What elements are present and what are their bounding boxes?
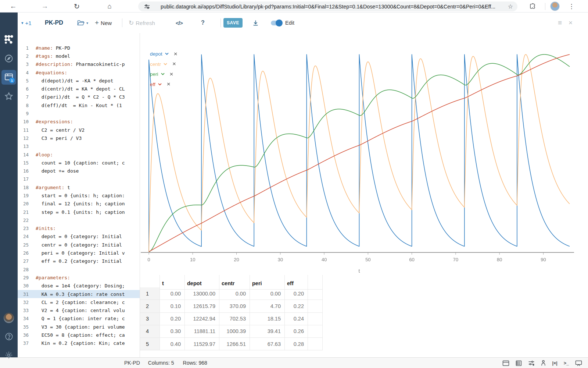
- help-button[interactable]: ?: [201, 18, 205, 28]
- empty-cell[interactable]: [308, 325, 323, 338]
- code-line[interactable]: 3#description: Pharmacokinetic-p: [18, 60, 140, 68]
- grid-cell[interactable]: 0.40: [160, 338, 185, 350]
- site-settings-icon[interactable]: [144, 3, 150, 10]
- grid-cell[interactable]: 12242.94: [185, 313, 219, 325]
- code-line[interactable]: 27 eff = 0.2 {category: Initial: [18, 257, 140, 265]
- close-icon[interactable]: ×: [569, 18, 573, 28]
- extensions-icon[interactable]: [527, 0, 538, 13]
- settings-gear-icon[interactable]: [0, 349, 18, 361]
- user-shape-icon[interactable]: [541, 360, 546, 366]
- close-icon[interactable]: ×: [174, 50, 178, 58]
- code-line[interactable]: 31 KA = 0.3 {caption: rate const: [18, 290, 140, 298]
- simulation-chart[interactable]: [140, 33, 588, 275]
- user-avatar[interactable]: [4, 313, 14, 323]
- close-icon[interactable]: ×: [167, 81, 171, 88]
- code-line[interactable]: 2#tags: model: [18, 52, 140, 60]
- grid-cell[interactable]: 0.22: [285, 300, 308, 312]
- overflow-menu[interactable]: ▾ +1: [21, 18, 32, 28]
- favorites-star-icon[interactable]: [0, 90, 18, 103]
- code-line[interactable]: 29#parameters:: [18, 273, 140, 282]
- legend-item-eff[interactable]: eff×: [150, 79, 178, 90]
- grid-cell[interactable]: 12615.79: [185, 300, 219, 312]
- code-line[interactable]: 34 Q = 1 {caption: inter rate; c: [18, 315, 140, 323]
- status-table-name[interactable]: PK-PD: [124, 360, 140, 366]
- code-line[interactable]: 17: [18, 175, 140, 183]
- grid-cell[interactable]: 4.70: [250, 300, 285, 312]
- result-grid[interactable]: tdepotcentrperieff10.0013000.000.000.000…: [140, 275, 588, 350]
- code-line[interactable]: 35 V3 = 30 {caption: peri volume: [18, 323, 140, 331]
- code-line[interactable]: 24 depot = 0 {category: Initial: [18, 233, 140, 241]
- edit-toggle[interactable]: [271, 21, 282, 25]
- empty-cell[interactable]: [308, 338, 323, 350]
- chevron-down-icon[interactable]: [158, 83, 162, 86]
- code-line[interactable]: 6 d(centr)/dt = KA * depot - CL: [18, 85, 140, 93]
- code-line[interactable]: 21 step = 0.1 {units: h; caption: [18, 208, 140, 216]
- row-number[interactable]: 4: [140, 325, 160, 338]
- console-icon[interactable]: >_: [564, 361, 569, 366]
- grid-cell[interactable]: 18.15: [250, 313, 285, 325]
- help-icon[interactable]: [0, 330, 18, 342]
- grid-cell[interactable]: 0.10: [160, 300, 185, 312]
- code-line[interactable]: 8 d(eff)/dt = Kin - Kout * (1: [18, 101, 140, 109]
- forward-icon[interactable]: →: [39, 0, 50, 13]
- grid-cell[interactable]: 0.00: [160, 287, 185, 300]
- datagrok-logo[interactable]: [0, 33, 18, 46]
- code-line[interactable]: 7 d(peri)/dt = Q * C2 - Q * C3: [18, 93, 140, 101]
- columns-list-icon[interactable]: [516, 360, 522, 366]
- code-line[interactable]: 32 CL = 2 {caption: clearance; c: [18, 298, 140, 306]
- code-line[interactable]: 33 V2 = 4 {caption: central volu: [18, 307, 140, 315]
- row-number[interactable]: 1: [140, 287, 160, 300]
- grid-cell[interactable]: 702.53: [219, 313, 250, 325]
- code-line[interactable]: 18#argument: t: [18, 183, 140, 191]
- code-line[interactable]: 20 final = 12 {units: h; caption: [18, 200, 140, 208]
- home-icon[interactable]: ⌂: [104, 0, 115, 13]
- grid-cell[interactable]: 0.00: [250, 287, 285, 300]
- grid-cell[interactable]: 0.20: [285, 287, 308, 300]
- windows-layout-icon[interactable]: [502, 360, 509, 366]
- legend-item-depot[interactable]: depot×: [150, 49, 178, 59]
- reload-icon[interactable]: ↻: [71, 0, 82, 13]
- to-script-button[interactable]: </>: [176, 18, 183, 28]
- chrome-menu-icon[interactable]: ⋮: [566, 0, 577, 13]
- address-bar[interactable]: public.datagrok.ai/apps/DiffStudio/Libra…: [138, 1, 517, 11]
- grid-cell[interactable]: 11529.97: [185, 338, 219, 350]
- row-number[interactable]: 5: [140, 338, 160, 350]
- legend-item-centr[interactable]: centr×: [150, 59, 178, 70]
- code-line[interactable]: 10#expressions:: [18, 118, 140, 126]
- grid-cell[interactable]: 370.09: [219, 300, 250, 312]
- code-line[interactable]: 30 dose = 1e4 {category: Dosing;: [18, 282, 140, 290]
- empty-cell[interactable]: [308, 300, 323, 312]
- code-line[interactable]: 16 depot += dose: [18, 167, 140, 175]
- refresh-button[interactable]: ↻ Refresh: [129, 18, 155, 28]
- grid-cell[interactable]: 11881.11: [185, 325, 219, 338]
- close-icon[interactable]: ×: [172, 60, 176, 68]
- grid-cell[interactable]: 0.26: [285, 325, 308, 338]
- legend-item-peri[interactable]: peri×: [150, 69, 178, 79]
- chevron-down-icon[interactable]: [161, 73, 165, 75]
- row-number[interactable]: 2: [140, 300, 160, 312]
- empty-cell[interactable]: [308, 287, 323, 300]
- grid-cell[interactable]: 0.30: [160, 325, 185, 338]
- code-line[interactable]: 12 C3 = peri / V3: [18, 134, 140, 142]
- grid-cell[interactable]: 13000.00: [185, 287, 219, 300]
- model-code-editor[interactable]: 1#name: PK-PD2#tags: model3#description:…: [18, 33, 140, 357]
- panel-menu-icon[interactable]: ≡: [558, 18, 562, 28]
- open-model-button[interactable]: ▾: [77, 18, 88, 28]
- code-line[interactable]: 15 count = 10 {caption: count; c: [18, 159, 140, 167]
- code-line[interactable]: 22: [18, 216, 140, 224]
- chevron-down-icon[interactable]: [164, 63, 167, 66]
- chevron-down-icon[interactable]: [165, 53, 169, 55]
- code-line[interactable]: 26 peri = 0 {category: Initial v: [18, 249, 140, 257]
- bookmark-star-icon[interactable]: ☆: [508, 3, 513, 10]
- code-line[interactable]: 19 start = 0 {units: h; caption:: [18, 191, 140, 199]
- code-line[interactable]: 37 Kin = 0.2 {caption: Kin; cate: [18, 339, 140, 347]
- profile-avatar[interactable]: [550, 1, 560, 11]
- grid-cell[interactable]: 0.00: [219, 287, 250, 300]
- code-line[interactable]: 1#name: PK-PD: [18, 44, 140, 52]
- grid-cell[interactable]: 1266.51: [219, 338, 250, 350]
- code-line[interactable]: 14#loop:: [18, 151, 140, 159]
- grid-cell[interactable]: 0.24: [285, 313, 308, 325]
- code-line[interactable]: 5 d(depot)/dt = -KA * depot: [18, 77, 140, 85]
- code-line[interactable]: 11 C2 = centr / V2: [18, 126, 140, 134]
- code-line[interactable]: 4#equations:: [18, 68, 140, 77]
